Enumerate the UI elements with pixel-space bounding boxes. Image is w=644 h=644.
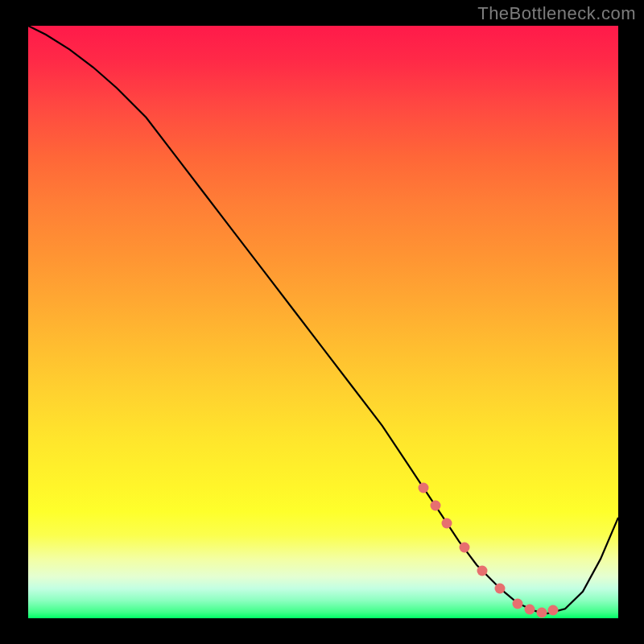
optimal-dot: [536, 607, 547, 617]
optimal-dot: [460, 542, 470, 552]
watermark-text: TheBottleneck.com: [477, 3, 636, 24]
optimal-dot: [548, 605, 559, 616]
optimal-dot: [513, 598, 523, 609]
line-curve: [28, 26, 618, 618]
optimal-dot: [495, 584, 506, 594]
optimal-dot: [430, 501, 440, 511]
plot-area: [28, 26, 618, 618]
chart-container: TheBottleneck.com: [0, 0, 644, 644]
optimal-dot: [477, 566, 488, 576]
optimal-dot: [442, 518, 452, 529]
optimal-dot: [525, 604, 535, 614]
optimal-dot: [419, 483, 429, 493]
